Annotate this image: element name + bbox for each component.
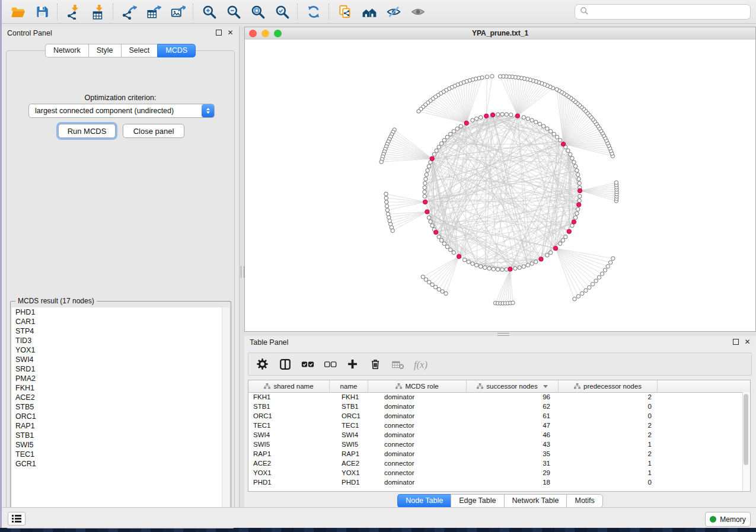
network-titlebar[interactable]: YPA_prune.txt_1 — [245, 27, 755, 40]
column-header-successor-nodes[interactable]: successor nodes — [467, 380, 559, 392]
copy-network-share-icon[interactable] — [333, 2, 357, 22]
result-node[interactable]: STP4 — [12, 326, 222, 336]
delete-columns-icon[interactable] — [366, 355, 384, 373]
float-icon[interactable] — [215, 28, 222, 36]
table-panel: Table Panel ✕ f(x) shared namenameMCDS r… — [244, 336, 756, 507]
export-network-icon[interactable] — [117, 2, 141, 22]
mcds-result-title: MCDS result (17 nodes) — [15, 297, 97, 305]
export-image-icon[interactable] — [165, 2, 190, 22]
tab-style[interactable]: Style — [88, 44, 121, 57]
result-node[interactable]: SWI5 — [12, 440, 222, 450]
cell: dominator — [368, 430, 467, 440]
cell: PHD1 — [248, 477, 330, 487]
tab-edge-table[interactable]: Edge Table — [451, 494, 503, 508]
result-list-scrollbar[interactable] — [222, 307, 229, 520]
toolbar-separator — [57, 4, 58, 20]
first-neighbors-icon[interactable] — [357, 2, 381, 22]
table-header-row: shared namenameMCDS rolesuccessor nodesp… — [248, 380, 750, 393]
create-column-icon[interactable] — [343, 355, 362, 373]
zoom-out-icon[interactable] — [221, 2, 245, 22]
cell: 96 — [467, 392, 559, 402]
search-box[interactable] — [575, 4, 751, 20]
table-row[interactable]: FKH1FKH1dominator962 — [248, 392, 743, 402]
save-session-icon[interactable] — [30, 2, 54, 22]
refresh-layout-icon[interactable] — [301, 2, 326, 22]
table-row[interactable]: YOX1YOX1connector291 — [248, 468, 743, 477]
column-header-shared-name[interactable]: shared name — [248, 380, 330, 392]
deselect-all-icon[interactable] — [321, 355, 339, 373]
table-settings-icon[interactable] — [253, 355, 272, 373]
show-all-icon[interactable] — [406, 2, 430, 22]
cell: PHD1 — [330, 477, 368, 487]
tab-node-table[interactable]: Node Table — [397, 494, 451, 508]
tab-select[interactable]: Select — [121, 44, 158, 57]
tab-motifs[interactable]: Motifs — [566, 494, 602, 508]
cell: dominator — [368, 477, 467, 487]
scrollbar-thumb[interactable] — [744, 394, 748, 465]
result-node[interactable]: TID3 — [12, 336, 222, 345]
result-node[interactable]: TEC1 — [12, 450, 222, 459]
show-columns-icon[interactable] — [276, 355, 294, 373]
close-icon[interactable]: ✕ — [744, 338, 751, 345]
search-input[interactable] — [592, 7, 750, 17]
cell: SWI4 — [248, 430, 330, 440]
column-label: name — [340, 383, 358, 390]
close-panel-button[interactable]: Close panel — [123, 124, 184, 138]
import-network-icon[interactable] — [61, 2, 85, 22]
result-node[interactable]: SRD1 — [12, 364, 222, 374]
zoom-selected-icon[interactable] — [270, 2, 294, 22]
mcds-result-list[interactable]: PHD1CAR1STP4TID3YOX1SWI4SRD1PMA2FKH1ACE2… — [12, 307, 222, 520]
select-all-icon[interactable] — [298, 355, 317, 373]
tab-mcds[interactable]: MCDS — [157, 44, 196, 57]
result-node[interactable]: PHD1 — [12, 307, 222, 317]
column-header-MCDS-role[interactable]: MCDS role — [368, 380, 467, 392]
result-node[interactable]: STB1 — [12, 431, 222, 440]
table-row[interactable]: PHD1PHD1dominator180 — [248, 477, 743, 487]
table-row[interactable]: SWI4SWI4dominator462 — [248, 430, 743, 440]
cell: STB1 — [248, 402, 330, 411]
cell: connector — [368, 440, 467, 449]
open-file-icon[interactable] — [5, 2, 30, 22]
column-header-predecessor-nodes[interactable]: predecessor nodes — [559, 380, 658, 392]
result-node[interactable]: RAP1 — [12, 421, 222, 431]
search-icon — [579, 6, 589, 18]
zoom-fit-icon[interactable] — [245, 2, 270, 22]
network-canvas[interactable] — [245, 40, 755, 331]
table-row[interactable]: STB1STB1dominator620 — [248, 402, 743, 411]
table-row[interactable]: TEC1TEC1connector472 — [248, 421, 743, 430]
result-node[interactable]: STB5 — [12, 402, 222, 412]
node-table: shared namenameMCDS rolesuccessor nodesp… — [248, 380, 751, 492]
export-table-icon[interactable] — [141, 2, 165, 22]
memory-button[interactable]: Memory — [705, 512, 751, 527]
table-row[interactable]: ORC1ORC1dominator610 — [248, 411, 743, 421]
table-scrollbar[interactable] — [742, 392, 750, 491]
close-icon[interactable]: ✕ — [227, 28, 234, 36]
horizontal-splitter[interactable] — [244, 332, 756, 336]
import-table-icon[interactable] — [85, 2, 110, 22]
float-icon[interactable] — [732, 338, 739, 345]
optimization-criterion-select[interactable]: largest connected component (undirected) — [28, 104, 215, 118]
result-node[interactable]: ACE2 — [12, 393, 222, 402]
result-node[interactable]: FKH1 — [12, 383, 222, 393]
hide-selected-icon[interactable] — [381, 2, 406, 22]
tab-network[interactable]: Network — [45, 44, 88, 57]
result-node[interactable]: ORC1 — [12, 412, 222, 421]
status-bar: Memory — [2, 507, 756, 528]
run-mcds-button[interactable]: Run MCDS — [58, 124, 116, 138]
cell: 1 — [559, 440, 658, 449]
result-node[interactable]: CAR1 — [12, 317, 222, 326]
cell: RAP1 — [248, 449, 330, 459]
result-node[interactable]: YOX1 — [12, 345, 222, 355]
zoom-in-icon[interactable] — [197, 2, 221, 22]
tab-network-table[interactable]: Network Table — [504, 494, 567, 508]
vertical-splitter[interactable] — [239, 27, 244, 507]
memory-label: Memory — [720, 515, 745, 524]
result-node[interactable]: PMA2 — [12, 374, 222, 383]
table-row[interactable]: SWI5SWI5connector431 — [248, 440, 743, 449]
table-row[interactable]: RAP1RAP1dominator352 — [248, 449, 743, 459]
result-node[interactable]: SWI4 — [12, 355, 222, 364]
task-history-button[interactable] — [8, 512, 25, 525]
table-row[interactable]: ACE2ACE2connector311 — [248, 459, 743, 468]
column-header-name[interactable]: name — [330, 380, 368, 392]
result-node[interactable]: GCR1 — [12, 459, 222, 469]
